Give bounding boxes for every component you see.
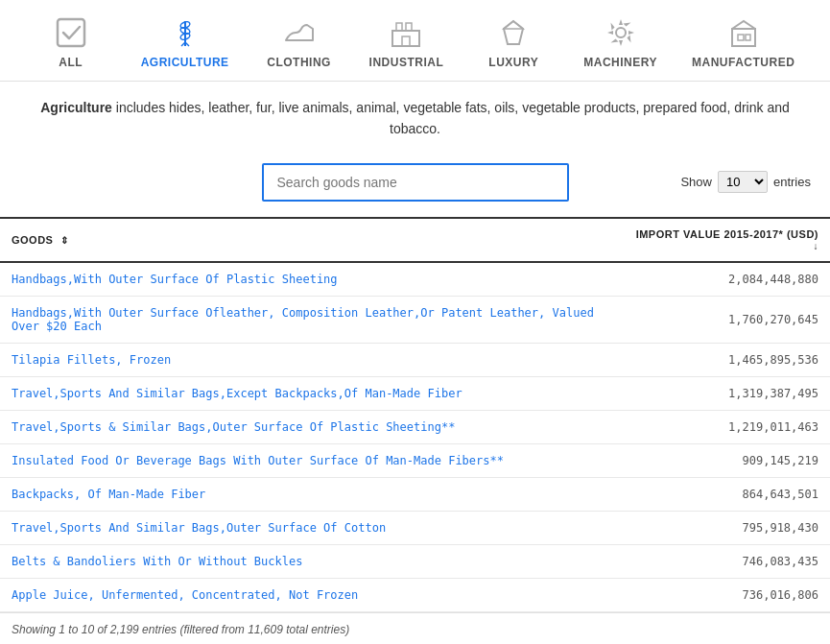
table-row: Backpacks, Of Man-Made Fiber864,643,501: [0, 477, 830, 511]
goods-name-cell: Tilapia Fillets, Frozen: [0, 343, 618, 376]
cat-machinery-label: MACHINERY: [583, 56, 657, 69]
table-row: Insulated Food Or Beverage Bags With Out…: [0, 443, 830, 477]
import-value-cell: 1,760,270,645: [618, 296, 830, 343]
goods-name-cell: Handbags,With Outer Surface Of Plastic S…: [0, 262, 618, 297]
import-value-cell: 864,643,501: [618, 477, 830, 511]
category-description: Agriculture includes hides, leather, fur…: [0, 82, 830, 152]
import-value-cell: 795,918,430: [618, 511, 830, 544]
import-value-cell: 909,145,219: [618, 443, 830, 477]
goods-name-cell: Insulated Food Or Beverage Bags With Out…: [0, 443, 618, 477]
show-entries-control: Show 10 25 50 100 entries: [680, 171, 811, 193]
cat-luxury-label: LUXURY: [488, 56, 538, 69]
table-row: Travel,Sports & Similar Bags,Outer Surfa…: [0, 410, 830, 443]
description-text: includes hides, leather, fur, live anima…: [112, 100, 790, 136]
goods-name-cell: Belts & Bandoliers With Or Without Buckl…: [0, 544, 618, 578]
import-value-cell: 746,083,435: [618, 544, 830, 578]
gear-icon: [602, 13, 640, 52]
table-row: Tilapia Fillets, Frozen1,465,895,536: [0, 343, 830, 376]
svg-rect-8: [392, 31, 419, 46]
cat-all[interactable]: ALL: [28, 10, 114, 73]
cat-agriculture[interactable]: AGRICULTURE: [133, 10, 237, 73]
goods-name-cell: Backpacks, Of Man-Made Fiber: [0, 477, 618, 511]
import-value-cell: 736,016,806: [618, 578, 830, 611]
cat-machinery[interactable]: MACHINERY: [576, 10, 665, 73]
factory-icon: [387, 13, 425, 52]
table-row: Belts & Bandoliers With Or Without Buckl…: [0, 544, 830, 578]
goods-name-cell: Travel,Sports & Similar Bags,Outer Surfa…: [0, 410, 618, 443]
cat-manufactured[interactable]: MANUFACTURED: [684, 10, 802, 73]
table-row: Handbags,With Outer Surface Of Plastic S…: [0, 262, 830, 297]
gem-icon: [494, 13, 533, 52]
table-row: Apple Juice, Unfermented, Concentrated, …: [0, 578, 830, 611]
show-label: Show: [680, 175, 712, 189]
search-input[interactable]: [262, 163, 569, 202]
cat-luxury[interactable]: LUXURY: [470, 10, 557, 73]
table-row: Travel,Sports And Similar Bags,Except Ba…: [0, 376, 830, 410]
table-footer: Showing 1 to 10 of 2,199 entries (filter…: [0, 612, 830, 644]
cat-industrial-label: INDUSTRIAL: [369, 56, 444, 69]
category-name: Agriculture: [40, 100, 112, 115]
goods-table: GOODS ⇕ IMPORT VALUE 2015-2017* (USD) ↓ …: [0, 217, 830, 612]
cat-manufactured-label: MANUFACTURED: [692, 56, 794, 69]
table-row: Handbags,With Outer Surface Ofleather, C…: [0, 296, 830, 343]
search-area: Show 10 25 50 100 entries: [0, 152, 830, 213]
svg-rect-10: [406, 23, 412, 31]
goods-name-cell: Apple Juice, Unfermented, Concentrated, …: [0, 578, 618, 611]
cat-clothing-label: CLOTHING: [267, 56, 331, 69]
table-header-row: GOODS ⇕ IMPORT VALUE 2015-2017* (USD) ↓: [0, 218, 830, 262]
goods-name-cell: Travel,Sports And Similar Bags,Except Ba…: [0, 376, 618, 410]
svg-rect-17: [738, 35, 744, 40]
import-value-cell: 1,319,387,495: [618, 376, 830, 410]
svg-rect-9: [396, 23, 402, 31]
manufactured-icon: [724, 13, 763, 52]
entries-select[interactable]: 10 25 50 100: [718, 171, 768, 193]
import-value-cell: 1,465,895,536: [618, 343, 830, 376]
import-value-cell: 2,084,448,880: [618, 262, 830, 297]
footer-text: Showing 1 to 10 of 2,199 entries (filter…: [12, 623, 349, 636]
cat-clothing[interactable]: CLOTHING: [256, 10, 343, 73]
wheat-icon: [166, 13, 204, 52]
goods-header[interactable]: GOODS ⇕: [0, 218, 618, 262]
table-body: Handbags,With Outer Surface Of Plastic S…: [0, 262, 830, 612]
svg-rect-18: [746, 35, 750, 40]
goods-name-cell: Handbags,With Outer Surface Ofleather, C…: [0, 296, 618, 343]
table-row: Travel,Sports And Similar Bags,Outer Sur…: [0, 511, 830, 544]
shoe-icon: [280, 13, 319, 52]
cat-industrial[interactable]: INDUSTRIAL: [362, 10, 452, 73]
entries-suffix: entries: [773, 175, 811, 189]
cat-agriculture-label: AGRICULTURE: [141, 56, 229, 69]
svg-marker-13: [504, 21, 523, 44]
import-value-header[interactable]: IMPORT VALUE 2015-2017* (USD) ↓: [618, 218, 830, 262]
checkbox-icon: [52, 13, 90, 52]
svg-rect-0: [58, 19, 84, 46]
svg-point-15: [616, 28, 626, 37]
goods-name-cell: Travel,Sports And Similar Bags,Outer Sur…: [0, 511, 618, 544]
import-value-cell: 1,219,011,463: [618, 410, 830, 443]
svg-rect-12: [402, 36, 410, 46]
cat-all-label: ALL: [59, 56, 83, 69]
category-nav: ALL AGRICULTURE CLOTHING: [0, 0, 830, 82]
